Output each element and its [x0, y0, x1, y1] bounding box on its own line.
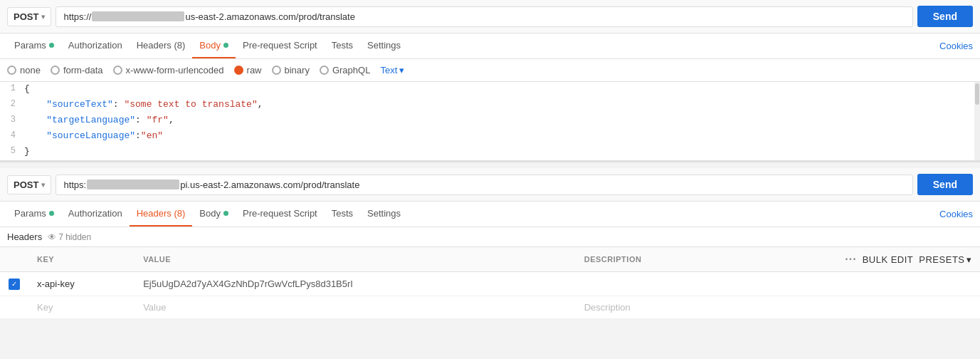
text-format-dropdown[interactable]: Text ▾ [380, 65, 404, 76]
radio-graphql-label: GraphQL [332, 65, 370, 76]
bottom-tab-headers-label: Headers (8) [137, 208, 186, 219]
hidden-count-label: 7 hidden [58, 232, 91, 242]
th-checkbox [0, 247, 28, 272]
bottom-send-button[interactable]: Send [917, 174, 973, 195]
radio-raw[interactable]: raw [234, 65, 262, 76]
top-tab-params-dot [49, 43, 54, 48]
bottom-tab-prerequest[interactable]: Pre-request Script [236, 202, 325, 227]
bottom-url-redacted [87, 180, 179, 189]
top-cookies-link[interactable]: Cookies [939, 41, 973, 51]
bottom-url-prefix: https: [63, 180, 86, 190]
radio-raw-label: raw [247, 65, 262, 76]
radio-urlencoded-label: x-www-form-urlencoded [126, 65, 224, 76]
radio-binary[interactable]: binary [272, 65, 310, 76]
bulk-edit-button[interactable]: Bulk Edit [863, 254, 914, 265]
placeholder-table-row: Key Value Description [0, 296, 980, 318]
bottom-tab-headers[interactable]: Headers (8) [130, 202, 193, 227]
top-method-select[interactable]: POST ▾ [7, 7, 51, 26]
hidden-eye-icon: 👁 [48, 232, 56, 242]
radio-urlencoded-circle [113, 66, 122, 75]
top-tab-headers-label: Headers (8) [137, 40, 186, 51]
code-scrollbar-thumb [975, 83, 979, 105]
radio-form-data-circle [51, 66, 60, 75]
bottom-request-panel: POST ▾ https:pi.us-east-2.amazonaws.com/… [0, 168, 980, 319]
line-content-2: "sourceText": "some text to translate", [21, 98, 980, 111]
top-url-prefix: https:// [63, 11, 91, 22]
row-checkbox-cell[interactable]: ✓ [0, 272, 28, 296]
bottom-url-input-wrapper: https:pi.us-east-2.amazonaws.com/prod/tr… [56, 175, 912, 195]
headers-table-header-row: KEY VALUE DESCRIPTION ··· Bulk Edit [0, 247, 980, 272]
body-type-bar: none form-data x-www-form-urlencoded raw… [0, 59, 980, 82]
row-key-value: x-api-key [37, 279, 75, 289]
row-description-cell[interactable] [576, 272, 980, 296]
presets-button[interactable]: Presets ▾ [919, 254, 971, 265]
placeholder-description-cell[interactable]: Description [576, 296, 980, 318]
bottom-cookies-link[interactable]: Cookies [939, 209, 973, 219]
top-tab-body[interactable]: Body [192, 33, 236, 58]
code-editor[interactable]: 1 { 2 "sourceText": "some text to transl… [0, 82, 980, 162]
code-line-3: 3 "targetLanguage": "fr", [0, 113, 980, 129]
bottom-tab-tests[interactable]: Tests [325, 202, 360, 227]
row-key-cell[interactable]: x-api-key [28, 272, 135, 296]
row-checkbox[interactable]: ✓ [9, 279, 20, 290]
th-description-actions: DESCRIPTION ··· Bulk Edit Presets ▾ [584, 253, 971, 266]
presets-label: Presets [919, 254, 964, 265]
bottom-method-chevron: ▾ [41, 181, 45, 189]
top-tab-params[interactable]: Params [7, 33, 61, 58]
line-num-4: 4 [0, 129, 21, 140]
radio-raw-circle [234, 66, 243, 75]
bottom-tab-body-label: Body [199, 208, 221, 219]
radio-graphql-circle [320, 66, 329, 75]
bottom-method-select[interactable]: POST ▾ [7, 175, 51, 194]
radio-binary-label: binary [285, 65, 310, 76]
headers-section: Headers 👁 7 hidden KEY VALUE [0, 227, 980, 319]
bottom-tab-settings[interactable]: Settings [360, 202, 408, 227]
bottom-tab-authorization[interactable]: Authorization [61, 202, 130, 227]
bottom-tab-body[interactable]: Body [192, 202, 236, 227]
more-options-icon[interactable]: ··· [845, 253, 856, 266]
top-tab-authorization[interactable]: Authorization [61, 33, 130, 58]
radio-none-circle [7, 66, 16, 75]
th-key: KEY [28, 247, 135, 272]
code-scrollbar[interactable] [974, 82, 980, 160]
line-num-3: 3 [0, 113, 21, 125]
top-url-bar: POST ▾ https://us-east-2.amazonaws.com/p… [0, 0, 980, 33]
top-tab-authorization-label: Authorization [68, 40, 122, 51]
top-tab-prerequest[interactable]: Pre-request Script [236, 33, 325, 58]
headers-meta-bar: Headers 👁 7 hidden [0, 227, 980, 247]
table-row: ✓ x-api-key Ej5uUgDA2d7yAX4GzNhDp7rGwVcf… [0, 272, 980, 296]
bottom-tab-settings-label: Settings [367, 208, 401, 219]
radio-graphql[interactable]: GraphQL [320, 65, 370, 76]
bottom-url-display[interactable]: https:pi.us-east-2.amazonaws.com/prod/tr… [56, 175, 912, 195]
radio-urlencoded[interactable]: x-www-form-urlencoded [113, 65, 224, 76]
top-method-label: POST [14, 11, 38, 22]
bottom-tab-params-dot [49, 211, 54, 216]
code-line-2: 2 "sourceText": "some text to translate"… [0, 98, 980, 113]
placeholder-checkbox-cell [0, 296, 28, 318]
top-tab-tests-label: Tests [332, 40, 353, 51]
placeholder-key-cell[interactable]: Key [28, 296, 135, 318]
radio-none[interactable]: none [7, 65, 41, 76]
top-url-display[interactable]: https://us-east-2.amazonaws.com/prod/tra… [56, 6, 912, 27]
top-tab-settings[interactable]: Settings [360, 33, 408, 58]
top-tab-tests[interactable]: Tests [325, 33, 360, 58]
placeholder-value-cell[interactable]: Value [135, 296, 576, 318]
line-content-3: "targetLanguage": "fr", [21, 113, 980, 127]
radio-none-label: none [20, 65, 41, 76]
top-tab-headers[interactable]: Headers (8) [130, 33, 193, 58]
radio-binary-circle [272, 66, 281, 75]
th-value: VALUE [135, 247, 576, 272]
radio-form-data[interactable]: form-data [51, 65, 103, 76]
top-tab-body-label: Body [199, 40, 221, 51]
top-url-suffix: us-east-2.amazonaws.com/prod/translate [185, 11, 354, 22]
line-content-5: } [21, 145, 980, 158]
bottom-tab-params[interactable]: Params [7, 202, 61, 227]
row-value-cell[interactable]: Ej5uUgDA2d7yAX4GzNhDp7rGwVcfLPys8d31B5rI [135, 272, 576, 296]
row-value-text: Ej5uUgDA2d7yAX4GzNhDp7rGwVcfLPys8d31B5rI [143, 279, 353, 289]
placeholder-key: Key [37, 302, 53, 313]
headers-table: KEY VALUE DESCRIPTION ··· Bulk Edit [0, 247, 980, 319]
line-num-5: 5 [0, 145, 21, 156]
top-send-button[interactable]: Send [917, 6, 973, 27]
headers-title: Headers [7, 231, 42, 242]
code-line-4: 4 "sourceLanguage":"en" [0, 129, 980, 145]
